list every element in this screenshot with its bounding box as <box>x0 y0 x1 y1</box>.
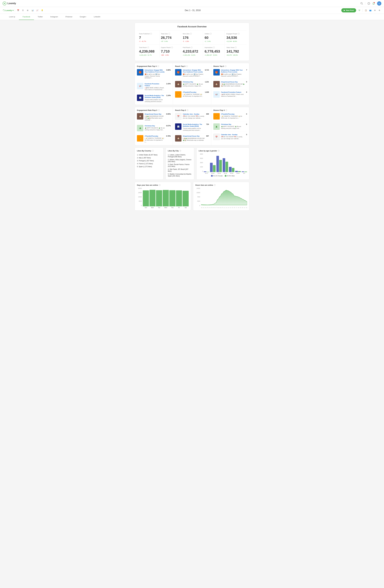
flop-shares-title-1[interactable]: #ThankfulThursday <box>221 113 245 115</box>
metric-total-reach-value: 4,239,088 <box>139 49 158 54</box>
paid-reach-info[interactable]: i <box>191 46 193 48</box>
tab-linkedin[interactable]: LinkedIn <box>90 14 104 20</box>
hours-online-info[interactable]: i <box>214 184 216 186</box>
tab-facebook[interactable]: Facebook <box>19 14 34 20</box>
team-btn[interactable]: 👥 <box>368 9 372 12</box>
likes-country-title: Likes By Country i <box>137 150 161 152</box>
engagement-flop3-info[interactable]: i <box>158 109 160 111</box>
metric-video-views-label: Video Views i <box>226 46 245 48</box>
country-item-1: 1. United States (8,347 likes) <box>137 153 161 156</box>
export-btn[interactable]: 📋 <box>364 9 368 12</box>
unlikes-info-icon[interactable]: i <box>210 33 212 35</box>
post-title-2[interactable]: Facebook Promotion Feature <box>145 83 165 87</box>
video-views-info[interactable]: i <box>235 46 237 48</box>
shares-post-title-3[interactable]: Facebook Promotion Feature <box>221 91 245 93</box>
impressions-info[interactable]: i <box>213 46 215 48</box>
shares-post-title-1[interactable]: Interactions: Engage With Your Audience … <box>221 69 245 73</box>
female-bar-0 <box>204 171 206 172</box>
reach-flop3-info[interactable]: i <box>187 109 188 111</box>
engaged-info-icon[interactable]: i <box>238 33 240 35</box>
metric-video-views-value: 141,792 <box>226 49 245 54</box>
days-x-labels: Sun Mon Tue Wed Thu Fri Sat <box>143 207 189 208</box>
tab-googleplus[interactable]: Google+ <box>76 14 90 20</box>
male-legend-label: 44.9% Male <box>227 175 235 177</box>
help-icon[interactable]: ? <box>367 2 370 5</box>
engagement-flop3-post-3: 🙏 #ThankfulThursday [ 🙏THANKFUL THURSDAY… <box>137 135 171 143</box>
reach-post-title-2[interactable]: Christmas Day <box>183 81 203 83</box>
flop-eng-metric-2: 0.57% <box>166 125 171 131</box>
reach-top3-info[interactable]: i <box>186 65 188 67</box>
calendar-view-btn[interactable]: 📅 <box>16 9 20 12</box>
search-icon[interactable] <box>360 2 363 5</box>
total-reach-info[interactable]: i <box>147 46 149 48</box>
city-item-4: 4. São Paulo, SP, Brazil (287 likes) <box>168 168 192 173</box>
toolbar: Loomly ▾ 📅 ☰ ⊞ 📊 📈 💡 Dec 1 - 31, 2018 ▶ … <box>0 7 384 14</box>
posts-info-icon[interactable]: i <box>150 33 152 35</box>
post-title-3[interactable]: Social Media Analytics: The Definitive G… <box>145 95 165 98</box>
flop-reach-title-3[interactable]: Gingerbread House Day <box>183 135 205 137</box>
flop-reach-title-1[interactable]: Calendar view - Sunday <box>183 113 205 115</box>
reach-top3-post-3: 🙏 #ThankfulThursday [ 🙏THANKFUL THURSDAY… <box>175 91 209 98</box>
days-bars-area: Sun Mon Tue Wed Thu Fri Sat <box>143 188 189 208</box>
metric-unlikes-change: +2 3.4% <box>204 41 223 42</box>
hours-x-labels: 00 01 02 03 04 05 06 07 08 09 10 11 12 1… <box>201 207 247 208</box>
notification-icon[interactable]: 1 <box>372 2 375 5</box>
age-gender-info[interactable]: i <box>218 150 220 152</box>
post-info-3: Social Media Analytics: The Definitive G… <box>145 95 165 103</box>
likes-city-info[interactable]: i <box>180 150 181 152</box>
flop-shares-post-info-2: Christmas Day 🎄HAPPY HOLIDAYS! 🎄 We are … <box>221 123 245 130</box>
shares-top3-title: Shares Top 3 i <box>213 65 247 67</box>
tab-pinterest[interactable]: Pinterest <box>62 14 76 20</box>
toolbar-brand[interactable]: Loomly ▾ <box>3 9 14 11</box>
engagement-top3-info[interactable]: i <box>157 65 159 67</box>
new-likes-info-icon[interactable]: i <box>190 33 192 35</box>
reach-post-title-1[interactable]: Interactions: Engage With Your Audience … <box>183 69 203 73</box>
total-likes-info-icon[interactable]: i <box>168 33 170 35</box>
post-title-1[interactable]: Interactions: Engage With Your Audience … <box>145 69 165 73</box>
tab-instagram[interactable]: Instagram <box>46 14 62 20</box>
metric-paid-reach: Paid Reach i 4,233,672 +1,021,252 31.8% <box>181 44 203 58</box>
main-content: Facebook Account Overview Posts Publishe… <box>132 20 252 213</box>
shares-post-title-2[interactable]: Gingerbread House Day <box>221 81 245 83</box>
list-view-btn[interactable]: ☰ <box>21 9 25 12</box>
flop-eng-thumb-2: 🎄 <box>137 125 143 131</box>
bar-chart-btn[interactable]: 📈 <box>36 9 39 12</box>
overview-card: Facebook Account Overview Posts Publishe… <box>135 23 249 61</box>
age-bar-group-6 <box>242 171 247 172</box>
flop-shares-thumb-3: 📅 <box>213 134 220 140</box>
reach-flop3-post-3: 🏠 Gingerbread House Day [ 🏠🎄GINGERBREAD … <box>175 135 209 143</box>
logo-area[interactable]: Loomly <box>3 1 16 5</box>
tab-loomly[interactable]: Loom.ly <box>5 14 19 20</box>
filter-button[interactable] <box>358 9 361 12</box>
likes-country-info[interactable]: i <box>152 150 154 152</box>
female-bar-6 <box>242 171 244 172</box>
city-list: 1. Lisbon, Lisbon District, Portugal (50… <box>168 153 192 177</box>
shares-flop3-info[interactable]: i <box>225 109 227 111</box>
reach-post-title-3[interactable]: #ThankfulThursday <box>183 91 203 93</box>
settings-circle-btn[interactable]: ⚙ <box>373 9 377 12</box>
flop-eng-title-1[interactable]: Gingerbread House Day <box>145 113 165 115</box>
organic-reach-info[interactable]: i <box>171 46 173 48</box>
new-post-button[interactable]: ▶ New Post <box>341 8 356 12</box>
flop-shares-title-2[interactable]: Christmas Day <box>221 123 245 125</box>
user-avatar[interactable]: U <box>377 1 381 6</box>
flop-reach-title-2[interactable]: Social Media Analytics: The Definitive G… <box>183 123 205 127</box>
settings-btn[interactable]: ⚙ <box>378 9 381 12</box>
age-bars-area: 13-17 18-24 25-34 35-44 45-54 55-64 65+ <box>204 153 247 174</box>
flop-eng-excerpt-2: 🎄HAPPY HOLIDAYS! 🎄 We are wishing everyo… <box>145 127 165 131</box>
shares-top3-info[interactable]: i <box>225 65 226 67</box>
metric-impressions-label: Impressions i <box>204 46 223 48</box>
lightbulb-btn[interactable]: 💡 <box>40 9 44 12</box>
grid-view-btn[interactable]: ⊞ <box>26 9 30 12</box>
flop-eng-title-3[interactable]: #ThankfulThursday <box>145 135 165 137</box>
days-online-card: Days your fans are online i 0 6500 13000… <box>135 182 191 211</box>
toolbar-date-range: Dec 1 - 31, 2018 <box>46 9 340 12</box>
metric-paid-reach-label: Paid Reach i <box>183 46 201 48</box>
tab-twitter[interactable]: Twitter <box>34 14 46 20</box>
likes-city-title: Likes By City i <box>168 150 192 152</box>
chart-view-btn[interactable]: 📊 <box>31 9 34 12</box>
metric-new-likes: New Likes i 176 -5 -2.8% <box>181 31 203 44</box>
flop-eng-title-2[interactable]: Christmas Day <box>145 125 165 127</box>
days-online-info[interactable]: i <box>159 184 161 186</box>
flop-shares-title-3[interactable]: Calendar view - Sunday <box>221 134 245 136</box>
